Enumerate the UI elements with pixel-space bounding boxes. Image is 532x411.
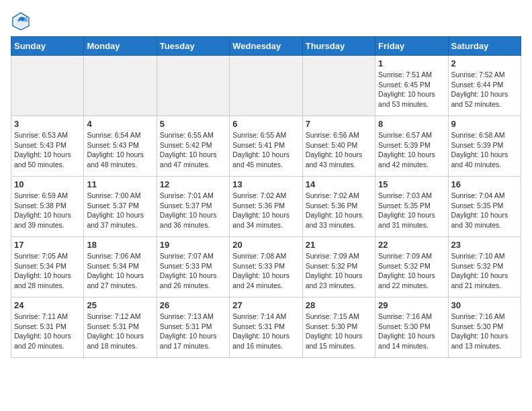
day-info: Sunrise: 6:55 AM Sunset: 5:41 PM Dayligh… (232, 130, 299, 170)
day-info: Sunrise: 7:09 AM Sunset: 5:32 PM Dayligh… (378, 251, 445, 291)
calendar-cell: 2Sunrise: 7:52 AM Sunset: 6:44 PM Daylig… (448, 56, 521, 116)
day-info: Sunrise: 7:00 AM Sunset: 5:37 PM Dayligh… (87, 191, 153, 230)
day-info: Sunrise: 7:08 AM Sunset: 5:33 PM Dayligh… (232, 251, 299, 291)
weekday-header: Monday (84, 37, 157, 56)
day-number: 9 (451, 119, 518, 129)
day-info: Sunrise: 7:04 AM Sunset: 5:35 PM Dayligh… (451, 191, 518, 230)
day-number: 11 (87, 179, 153, 189)
calendar-cell (302, 56, 375, 116)
day-number: 4 (87, 119, 153, 129)
calendar-cell: 16Sunrise: 7:04 AM Sunset: 5:35 PM Dayli… (448, 177, 521, 237)
day-number: 2 (451, 58, 518, 68)
day-number: 23 (451, 240, 518, 250)
calendar-cell: 7Sunrise: 6:56 AM Sunset: 5:40 PM Daylig… (302, 116, 375, 177)
day-info: Sunrise: 7:01 AM Sunset: 5:37 PM Dayligh… (160, 191, 226, 230)
calendar-cell: 25Sunrise: 7:12 AM Sunset: 5:31 PM Dayli… (84, 298, 157, 358)
calendar-cell: 23Sunrise: 7:10 AM Sunset: 5:32 PM Dayli… (448, 237, 521, 298)
calendar-week-row: 3Sunrise: 6:53 AM Sunset: 5:43 PM Daylig… (11, 116, 521, 177)
day-number: 22 (378, 240, 445, 250)
day-info: Sunrise: 7:51 AM Sunset: 6:45 PM Dayligh… (378, 70, 445, 109)
day-info: Sunrise: 7:02 AM Sunset: 5:36 PM Dayligh… (232, 191, 299, 230)
day-info: Sunrise: 7:13 AM Sunset: 5:31 PM Dayligh… (160, 312, 226, 351)
calendar-cell: 17Sunrise: 7:05 AM Sunset: 5:34 PM Dayli… (11, 237, 84, 298)
calendar-cell: 28Sunrise: 7:15 AM Sunset: 5:30 PM Dayli… (302, 298, 375, 358)
day-info: Sunrise: 6:53 AM Sunset: 5:43 PM Dayligh… (14, 130, 81, 170)
day-number: 21 (306, 240, 372, 250)
day-number: 29 (378, 300, 445, 310)
page-header (11, 11, 521, 31)
calendar-cell: 8Sunrise: 6:57 AM Sunset: 5:39 PM Daylig… (375, 116, 448, 177)
calendar-cell: 30Sunrise: 7:16 AM Sunset: 5:30 PM Dayli… (448, 298, 521, 358)
calendar-cell: 14Sunrise: 7:02 AM Sunset: 5:36 PM Dayli… (302, 177, 375, 237)
calendar-week-row: 17Sunrise: 7:05 AM Sunset: 5:34 PM Dayli… (11, 237, 521, 298)
day-number: 14 (306, 179, 372, 189)
day-number: 16 (451, 179, 518, 189)
day-number: 17 (14, 240, 81, 250)
day-info: Sunrise: 7:52 AM Sunset: 6:44 PM Dayligh… (451, 70, 518, 109)
calendar-cell (157, 56, 229, 116)
calendar-cell: 6Sunrise: 6:55 AM Sunset: 5:41 PM Daylig… (230, 116, 302, 177)
calendar-cell (84, 56, 157, 116)
day-info: Sunrise: 6:56 AM Sunset: 5:40 PM Dayligh… (306, 130, 372, 170)
day-number: 6 (232, 119, 299, 129)
day-info: Sunrise: 6:58 AM Sunset: 5:39 PM Dayligh… (451, 130, 518, 170)
day-number: 7 (306, 119, 372, 129)
day-number: 24 (14, 300, 81, 310)
day-info: Sunrise: 7:02 AM Sunset: 5:36 PM Dayligh… (306, 191, 372, 230)
day-number: 10 (14, 179, 81, 189)
calendar-week-row: 10Sunrise: 6:59 AM Sunset: 5:38 PM Dayli… (11, 177, 521, 237)
calendar-cell: 22Sunrise: 7:09 AM Sunset: 5:32 PM Dayli… (375, 237, 448, 298)
day-info: Sunrise: 7:14 AM Sunset: 5:31 PM Dayligh… (232, 312, 299, 351)
logo-icon (11, 11, 31, 31)
calendar-cell: 29Sunrise: 7:16 AM Sunset: 5:30 PM Dayli… (375, 298, 448, 358)
calendar-cell: 4Sunrise: 6:54 AM Sunset: 5:43 PM Daylig… (84, 116, 157, 177)
calendar-cell: 10Sunrise: 6:59 AM Sunset: 5:38 PM Dayli… (11, 177, 84, 237)
calendar-cell: 13Sunrise: 7:02 AM Sunset: 5:36 PM Dayli… (230, 177, 302, 237)
calendar-cell: 5Sunrise: 6:55 AM Sunset: 5:42 PM Daylig… (157, 116, 229, 177)
calendar-cell (11, 56, 84, 116)
day-number: 13 (232, 179, 299, 189)
calendar-cell: 9Sunrise: 6:58 AM Sunset: 5:39 PM Daylig… (448, 116, 521, 177)
day-info: Sunrise: 6:54 AM Sunset: 5:43 PM Dayligh… (87, 130, 153, 170)
day-number: 19 (160, 240, 226, 250)
day-info: Sunrise: 6:59 AM Sunset: 5:38 PM Dayligh… (14, 191, 81, 230)
day-number: 8 (378, 119, 445, 129)
calendar-cell: 26Sunrise: 7:13 AM Sunset: 5:31 PM Dayli… (157, 298, 229, 358)
day-info: Sunrise: 6:57 AM Sunset: 5:39 PM Dayligh… (378, 130, 445, 170)
day-number: 25 (87, 300, 153, 310)
day-number: 18 (87, 240, 153, 250)
calendar-cell: 27Sunrise: 7:14 AM Sunset: 5:31 PM Dayli… (230, 298, 302, 358)
logo (11, 11, 34, 31)
calendar-cell: 1Sunrise: 7:51 AM Sunset: 6:45 PM Daylig… (375, 56, 448, 116)
day-number: 12 (160, 179, 226, 189)
weekday-header: Wednesday (230, 37, 302, 56)
day-number: 28 (306, 300, 372, 310)
calendar-cell: 20Sunrise: 7:08 AM Sunset: 5:33 PM Dayli… (230, 237, 302, 298)
weekday-header: Friday (375, 37, 448, 56)
day-number: 3 (14, 119, 81, 129)
day-number: 26 (160, 300, 226, 310)
day-info: Sunrise: 7:03 AM Sunset: 5:35 PM Dayligh… (378, 191, 445, 230)
day-info: Sunrise: 7:06 AM Sunset: 5:34 PM Dayligh… (87, 251, 153, 291)
calendar-cell: 11Sunrise: 7:00 AM Sunset: 5:37 PM Dayli… (84, 177, 157, 237)
day-info: Sunrise: 7:16 AM Sunset: 5:30 PM Dayligh… (451, 312, 518, 351)
day-info: Sunrise: 7:05 AM Sunset: 5:34 PM Dayligh… (14, 251, 81, 291)
day-info: Sunrise: 7:10 AM Sunset: 5:32 PM Dayligh… (451, 251, 518, 291)
weekday-header: Sunday (11, 37, 84, 56)
day-info: Sunrise: 7:07 AM Sunset: 5:33 PM Dayligh… (160, 251, 226, 291)
calendar-header-row: SundayMondayTuesdayWednesdayThursdayFrid… (11, 37, 521, 56)
weekday-header: Thursday (302, 37, 375, 56)
day-info: Sunrise: 7:12 AM Sunset: 5:31 PM Dayligh… (87, 312, 153, 351)
calendar-cell: 21Sunrise: 7:09 AM Sunset: 5:32 PM Dayli… (302, 237, 375, 298)
day-info: Sunrise: 7:16 AM Sunset: 5:30 PM Dayligh… (378, 312, 445, 351)
day-number: 20 (232, 240, 299, 250)
calendar-week-row: 1Sunrise: 7:51 AM Sunset: 6:45 PM Daylig… (11, 56, 521, 116)
day-number: 5 (160, 119, 226, 129)
day-number: 1 (378, 58, 445, 68)
day-number: 15 (378, 179, 445, 189)
day-info: Sunrise: 6:55 AM Sunset: 5:42 PM Dayligh… (160, 130, 226, 170)
day-number: 30 (451, 300, 518, 310)
day-info: Sunrise: 7:15 AM Sunset: 5:30 PM Dayligh… (306, 312, 372, 351)
calendar-cell: 3Sunrise: 6:53 AM Sunset: 5:43 PM Daylig… (11, 116, 84, 177)
calendar-cell: 15Sunrise: 7:03 AM Sunset: 5:35 PM Dayli… (375, 177, 448, 237)
